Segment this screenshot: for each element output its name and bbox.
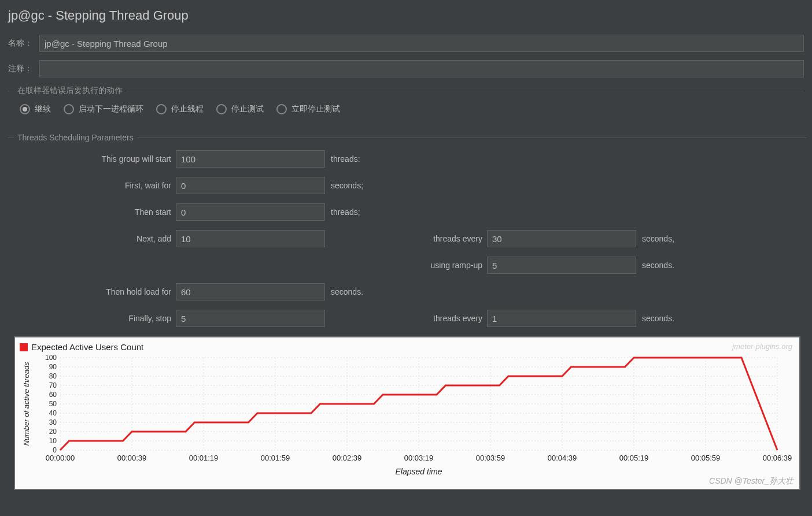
radio-next-loop[interactable]: 启动下一进程循环 [64, 104, 143, 114]
label-seconds-period: seconds. [636, 261, 723, 270]
svg-text:00:02:39: 00:02:39 [333, 454, 362, 462]
svg-text:80: 80 [49, 372, 57, 380]
legend-swatch-icon [20, 343, 28, 351]
comment-label: 注释： [8, 64, 39, 74]
svg-text:40: 40 [49, 409, 57, 417]
svg-text:Elapsed time: Elapsed time [396, 467, 442, 476]
radio-label: 继续 [35, 104, 51, 114]
label-then-start: Then start [14, 207, 176, 217]
label-seconds-comma: seconds, [636, 234, 723, 243]
label-group-start: This group will start [14, 154, 176, 164]
input-then-start[interactable] [176, 203, 325, 221]
input-rampup[interactable] [487, 257, 636, 274]
svg-text:00:01:59: 00:01:59 [261, 454, 290, 462]
watermark-bottom: CSDN @Tester_孙大壮 [709, 476, 793, 487]
radio-label: 停止线程 [171, 104, 204, 114]
name-label: 名称： [8, 38, 39, 49]
label-threads-colon: threads: [325, 154, 487, 164]
error-action-group: 在取样器错误后要执行的动作 继续 启动下一进程循环 停止线程 停止测试 立即停止… [8, 86, 804, 122]
svg-text:20: 20 [49, 428, 57, 436]
svg-text:10: 10 [49, 437, 57, 445]
input-stop-every[interactable] [487, 310, 636, 327]
watermark-top: jmeter-plugins.org [732, 342, 792, 351]
svg-text:00:01:19: 00:01:19 [189, 454, 219, 462]
radio-icon [216, 104, 227, 114]
label-threads-semi: threads; [325, 207, 487, 217]
chart-title: Expected Active Users Count [31, 342, 143, 352]
comment-input[interactable] [39, 60, 804, 77]
chart-preview: Expected Active Users Count jmeter-plugi… [14, 336, 800, 490]
label-threads-every2: threads every [325, 314, 487, 323]
svg-text:60: 60 [49, 391, 57, 399]
svg-text:30: 30 [49, 418, 57, 426]
name-input[interactable] [39, 35, 804, 52]
label-using-rampup: using ramp-up [325, 261, 487, 270]
label-next-add: Next, add [14, 234, 176, 243]
label-seconds-period2: seconds. [325, 287, 487, 296]
input-hold[interactable] [176, 283, 325, 300]
label-seconds-period3: seconds. [636, 314, 723, 323]
svg-text:90: 90 [49, 363, 57, 371]
svg-text:0: 0 [53, 446, 57, 454]
radio-label: 启动下一进程循环 [79, 104, 143, 114]
radio-label: 立即停止测试 [291, 104, 340, 114]
input-next-add[interactable] [176, 230, 325, 247]
page-title: jp@gc - Stepping Thread Group [8, 8, 804, 23]
chart-svg: 010203040506070809010000:00:0000:00:3900… [20, 352, 795, 479]
radio-stop-now[interactable]: 立即停止测试 [276, 104, 340, 114]
svg-text:50: 50 [49, 400, 57, 408]
scheduling-group: Threads Scheduling Parameters This group… [8, 133, 806, 498]
svg-text:00:00:00: 00:00:00 [46, 454, 75, 462]
radio-stop-test[interactable]: 停止测试 [216, 104, 264, 114]
svg-text:00:05:59: 00:05:59 [691, 454, 721, 462]
scheduling-legend: Threads Scheduling Parameters [14, 133, 137, 142]
radio-icon [20, 104, 30, 114]
svg-text:00:03:19: 00:03:19 [404, 454, 434, 462]
input-stop[interactable] [176, 310, 325, 327]
svg-text:00:04:39: 00:04:39 [548, 454, 577, 462]
svg-text:00:00:39: 00:00:39 [117, 454, 147, 462]
label-first-wait: First, wait for [14, 181, 176, 190]
svg-text:00:05:19: 00:05:19 [619, 454, 649, 462]
radio-continue[interactable]: 继续 [20, 104, 51, 114]
svg-text:70: 70 [49, 381, 57, 389]
chart-legend: Expected Active Users Count [20, 342, 795, 352]
svg-text:00:03:59: 00:03:59 [476, 454, 505, 462]
label-finally-stop: Finally, stop [14, 314, 176, 323]
label-hold-load: Then hold load for [14, 287, 176, 296]
input-group-start[interactable] [176, 150, 325, 168]
svg-text:00:06:39: 00:06:39 [763, 454, 792, 462]
radio-icon [64, 104, 74, 114]
input-first-wait[interactable] [176, 177, 325, 194]
radio-icon [276, 104, 287, 114]
radio-icon [156, 104, 167, 114]
svg-text:Number of active threads: Number of active threads [22, 362, 31, 446]
radio-label: 停止测试 [231, 104, 264, 114]
label-threads-every: threads every [325, 234, 487, 243]
radio-stop-thread[interactable]: 停止线程 [156, 104, 204, 114]
label-seconds-semi: seconds; [325, 181, 487, 190]
error-action-legend: 在取样器错误后要执行的动作 [14, 86, 126, 96]
svg-text:100: 100 [45, 354, 57, 362]
input-add-every[interactable] [487, 230, 636, 247]
